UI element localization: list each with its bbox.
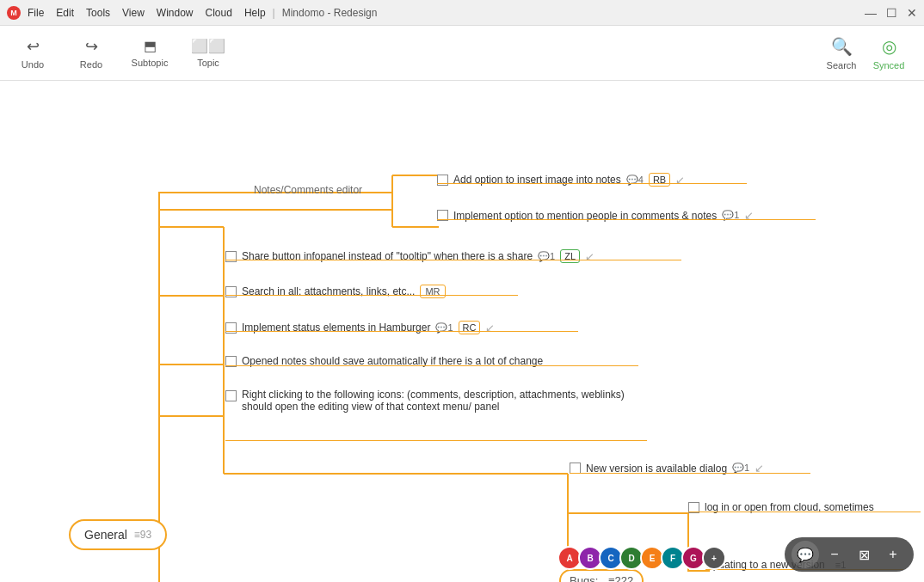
minimize-button[interactable]: — bbox=[865, 8, 876, 18]
badge-rc: RC bbox=[459, 321, 481, 334]
underline-6 bbox=[225, 365, 638, 366]
badge-zl: ZL bbox=[560, 249, 580, 263]
plus-icon: + bbox=[889, 547, 896, 562]
synced-icon: ◎ bbox=[882, 36, 896, 57]
topic-icon: ⬜⬜ bbox=[191, 38, 225, 54]
topic-label: Topic bbox=[197, 58, 219, 68]
underline-8 bbox=[570, 473, 810, 474]
underline-4 bbox=[225, 295, 518, 296]
subtopic-icon: ⬒ bbox=[144, 38, 157, 54]
underline-9 bbox=[688, 512, 921, 512]
underline-1 bbox=[437, 183, 747, 184]
undo-icon: ↩ bbox=[27, 37, 40, 56]
subtopic-button[interactable]: ⬒ Subtopic bbox=[131, 38, 169, 68]
chat-button[interactable]: 💬 bbox=[792, 541, 819, 568]
badge-rb: RB bbox=[649, 173, 670, 187]
bottom-toolbar: 💬 − ⊠ + bbox=[785, 537, 914, 572]
search-label: Search bbox=[827, 60, 857, 70]
subtopic-label: Subtopic bbox=[132, 58, 169, 68]
node-add-image[interactable]: Add option to insert image into notes 💬4… bbox=[437, 173, 685, 187]
underline-2 bbox=[437, 219, 816, 220]
synced-button[interactable]: ◎ Synced bbox=[867, 36, 910, 70]
central-node-label: General bbox=[84, 528, 127, 542]
layout-icon: ⊠ bbox=[859, 547, 870, 563]
node-text-rightclick: Right clicking to the following icons: (… bbox=[242, 389, 655, 413]
checkbox-rightclick[interactable] bbox=[225, 390, 237, 401]
bugs-count: ≡222 bbox=[608, 574, 633, 582]
node-share-infopanel[interactable]: Share button infopanel instead of "toolt… bbox=[225, 249, 594, 263]
tag-mr: MR bbox=[420, 285, 445, 298]
menu-window[interactable]: Window bbox=[157, 7, 194, 19]
main-toolbar: ↩ Undo ↪ Redo ⬒ Subtopic ⬜⬜ Topic 🔍 Sear… bbox=[0, 26, 924, 81]
app-logo: M bbox=[7, 6, 21, 20]
menu-help[interactable]: Help bbox=[244, 7, 266, 19]
minus-icon: − bbox=[830, 547, 838, 562]
window-controls[interactable]: — ☐ ✕ bbox=[865, 8, 917, 18]
search-icon: 🔍 bbox=[831, 36, 853, 57]
redo-icon: ↪ bbox=[85, 37, 98, 56]
app-title: Mindomo - Redesign bbox=[282, 7, 378, 19]
synced-label: Synced bbox=[873, 60, 905, 70]
bugs-node[interactable]: Bugs: ≡222 bbox=[559, 569, 644, 582]
link-icon-5: ↙ bbox=[485, 322, 495, 334]
maximize-button[interactable]: ☐ bbox=[886, 8, 896, 18]
underline-3 bbox=[225, 260, 681, 260]
underline-5 bbox=[225, 331, 578, 332]
avatar-more: + bbox=[702, 546, 726, 570]
underline-7 bbox=[225, 440, 647, 441]
node-hamburger-status[interactable]: Implement status elements in Hamburger 💬… bbox=[225, 321, 495, 334]
zoom-out-button[interactable]: − bbox=[821, 541, 848, 568]
node-right-click[interactable]: Right clicking to the following icons: (… bbox=[225, 389, 655, 413]
central-node[interactable]: General ≡93 bbox=[69, 519, 167, 550]
toolbar-left: ↩ Undo ↪ Redo ⬒ Subtopic ⬜⬜ Topic bbox=[14, 37, 227, 70]
link-icon-1: ↙ bbox=[675, 174, 685, 187]
node-search-all[interactable]: Search in all: attachments, links, etc..… bbox=[225, 285, 446, 298]
titlebar: M File Edit Tools View Window Cloud Help… bbox=[0, 0, 924, 26]
close-button[interactable]: ✕ bbox=[907, 8, 917, 18]
chat-icon: 💬 bbox=[797, 547, 814, 563]
title-separator: | bbox=[273, 7, 275, 19]
menu-view[interactable]: View bbox=[122, 7, 145, 19]
layout-button[interactable]: ⊠ bbox=[850, 541, 878, 568]
undo-label: Undo bbox=[22, 59, 44, 70]
avatar-row: A B C D E F G + bbox=[557, 546, 726, 570]
menu-cloud[interactable]: Cloud bbox=[206, 7, 232, 19]
titlebar-left: M File Edit Tools View Window Cloud Help… bbox=[7, 6, 377, 20]
menu-edit[interactable]: Edit bbox=[56, 7, 74, 19]
redo-label: Redo bbox=[80, 59, 102, 70]
link-icon-3: ↙ bbox=[585, 250, 594, 263]
menu-tools[interactable]: Tools bbox=[86, 7, 110, 19]
topic-button[interactable]: ⬜⬜ Topic bbox=[189, 38, 227, 68]
menu-bar[interactable]: File Edit Tools View Window Cloud Help bbox=[28, 7, 266, 19]
toolbar-right: 🔍 Search ◎ Synced bbox=[822, 36, 910, 70]
zoom-in-button[interactable]: + bbox=[879, 541, 907, 568]
menu-file[interactable]: File bbox=[28, 7, 44, 19]
central-node-count: ≡93 bbox=[134, 529, 151, 541]
redo-button[interactable]: ↪ Redo bbox=[72, 37, 110, 70]
undo-button[interactable]: ↩ Undo bbox=[14, 37, 52, 70]
search-button[interactable]: 🔍 Search bbox=[822, 36, 860, 70]
section-label-notes: Notes/Comments editor bbox=[254, 184, 362, 196]
bugs-label: Bugs: bbox=[570, 574, 598, 582]
mindmap-canvas: General ≡93 Notes/Comments editor Add op… bbox=[0, 81, 924, 582]
